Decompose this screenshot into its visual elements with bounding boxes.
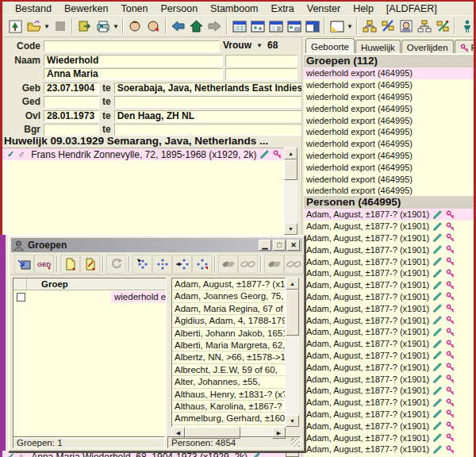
- person-row[interactable]: Adam, August, ±1877-? (x1901): [304, 209, 474, 221]
- surname-input[interactable]: Wiederhold: [44, 55, 223, 67]
- pencil-icon[interactable]: [433, 340, 442, 348]
- person-row[interactable]: Adam, August, ±1877-? (x1901): [304, 338, 474, 350]
- baptism-date-input[interactable]: [44, 96, 99, 108]
- person-row[interactable]: Adam, August, ±1877-? (x1901): [304, 267, 474, 279]
- home-icon[interactable]: [187, 17, 205, 36]
- key-icon[interactable]: [446, 433, 455, 442]
- code-input[interactable]: [44, 40, 220, 52]
- group-row[interactable]: wiederhold export (464995): [304, 138, 474, 150]
- burial-place-input[interactable]: [114, 124, 303, 136]
- spouse-list-scrollbar[interactable]: ▲ ▼: [284, 148, 298, 235]
- dialog-person-row[interactable]: Albertz, NN, >66, ±1578->1644: [172, 351, 285, 363]
- dialog-person-row[interactable]: Alter, Johannes, ±55,: [172, 376, 285, 388]
- person-row[interactable]: Adam, August, ±1877-? (x1901): [304, 314, 474, 326]
- person-row[interactable]: Adam, August, ±1877-? (x1901): [304, 444, 474, 455]
- given-names-input[interactable]: Anna Maria: [44, 68, 223, 80]
- group-row[interactable]: wiederhold export (464995): [304, 114, 474, 126]
- key-icon[interactable]: [446, 269, 455, 278]
- pencil-icon[interactable]: [433, 257, 442, 266]
- group-row[interactable]: wiederhold export (464995): [304, 126, 474, 138]
- print-icon[interactable]: [94, 17, 112, 36]
- menu-persoon[interactable]: Persoon: [155, 3, 205, 14]
- death-date-input[interactable]: 28.01.1973: [44, 110, 99, 122]
- pencil-icon[interactable]: [260, 150, 269, 159]
- pencil-icon[interactable]: [433, 292, 442, 301]
- key-icon[interactable]: [446, 421, 455, 430]
- dialog-person-row[interactable]: Adam, Maria Regina, 67 of 68,: [172, 303, 285, 315]
- pencil-icon[interactable]: [433, 351, 442, 359]
- print-dropdown-arrow[interactable]: ▼: [112, 23, 120, 30]
- person-row[interactable]: Adam, August, ±1877-? (x1901): [304, 373, 474, 385]
- dialog-person-row[interactable]: Ägidius, Adam, 4, 1788-1793: [172, 315, 285, 327]
- key-icon[interactable]: [446, 292, 455, 301]
- window-dropdown-icon[interactable]: [328, 17, 346, 36]
- table-view-icon[interactable]: [230, 17, 248, 36]
- menu-venster[interactable]: Venster: [301, 3, 347, 14]
- menu-extra[interactable]: Extra: [265, 3, 301, 14]
- tab-feit[interactable]: Feit: [455, 40, 474, 53]
- tab-geboorte[interactable]: Geboorte: [305, 38, 355, 53]
- pencil-icon[interactable]: [433, 233, 442, 242]
- person-row[interactable]: Adam, August, ±1877-? (x1901): [304, 432, 474, 444]
- dialog-person-row[interactable]: Albrecht, J.E.W, 59 of 60,: [172, 364, 285, 376]
- key-icon[interactable]: [446, 363, 455, 371]
- pencil-icon[interactable]: [433, 210, 442, 219]
- tab-overlijden[interactable]: Overlijden: [401, 40, 454, 53]
- group-row[interactable]: wiederhold export (464995): [304, 173, 474, 185]
- pencil-icon[interactable]: [433, 374, 442, 383]
- key-icon[interactable]: [446, 398, 455, 407]
- descendant-chart-icon[interactable]: [360, 17, 378, 36]
- scroll-thumb[interactable]: [286, 290, 299, 336]
- menu-stamboom[interactable]: Stamboom: [204, 3, 264, 14]
- scroll-thumb[interactable]: [284, 159, 298, 180]
- person-row[interactable]: Adam, August, ±1877-? (x1901): [304, 255, 474, 267]
- portrait-icon[interactable]: [397, 17, 415, 36]
- pencil-icon[interactable]: [433, 398, 442, 407]
- person-row[interactable]: Adam, August, ±1877-? (x1901): [304, 385, 474, 397]
- back-arrow-icon[interactable]: [169, 17, 187, 36]
- gender-dropdown-arrow[interactable]: ▼: [255, 42, 263, 49]
- group-row[interactable]: wiederhold export (464995): [304, 102, 474, 114]
- birth-place-input[interactable]: Soerabaja, Java, Netherlands East Indies: [114, 83, 303, 94]
- key-icon[interactable]: [446, 281, 455, 290]
- menu-bewerken[interactable]: Bewerken: [58, 3, 115, 14]
- scroll-up-button[interactable]: ▲: [286, 278, 299, 290]
- person-row[interactable]: Adam, August, ±1877-? (x1901): [304, 350, 474, 362]
- save-group-icon[interactable]: [14, 255, 34, 274]
- pencil-icon[interactable]: [433, 328, 442, 336]
- burial-date-input[interactable]: [44, 124, 99, 136]
- dialog-list-vscrollbar[interactable]: ▲ ▼: [286, 278, 299, 427]
- key-icon[interactable]: [446, 340, 455, 348]
- person-row[interactable]: Adam, August, ±1877-? (x1901): [304, 221, 474, 232]
- close-button[interactable]: ✕: [287, 240, 300, 251]
- group-row[interactable]: wiederhold export (464995): [304, 91, 474, 103]
- key-icon[interactable]: [446, 222, 455, 231]
- pencil-icon[interactable]: [433, 222, 442, 231]
- pencil-icon[interactable]: [433, 304, 442, 313]
- dialog-person-row[interactable]: Althaus, Henry, ±1831-? (x?): [172, 389, 285, 401]
- male-person-icon[interactable]: [126, 17, 144, 36]
- dialog-person-row[interactable]: Alberti, Johann Jakob, 1651-?: [172, 328, 285, 340]
- dialog-person-row[interactable]: Adam, Joannes Georg, 75,: [172, 290, 285, 302]
- tab-huwelijk[interactable]: Huwelijk: [355, 40, 401, 53]
- group-add-icon[interactable]: [152, 255, 172, 274]
- key-icon[interactable]: [446, 233, 455, 242]
- person-row[interactable]: Adam, August, ±1877-? (x1901): [304, 279, 474, 291]
- group-row[interactable]: wiederhold export (464995): [304, 67, 474, 79]
- person-row[interactable]: Adam, August, ±1877-? (x1901): [304, 361, 474, 373]
- pencil-icon[interactable]: [433, 245, 442, 254]
- pencil-icon[interactable]: [433, 433, 442, 442]
- key-icon[interactable]: [446, 316, 455, 325]
- person-row[interactable]: Adam, August, ±1877-? (x1901): [304, 291, 474, 303]
- relation-view-icon[interactable]: [285, 17, 303, 36]
- person-row[interactable]: Adam, August, ±1877-? (x1901): [304, 409, 474, 421]
- key-icon[interactable]: [446, 386, 455, 395]
- person-row[interactable]: Adam, August, ±1877-? (x1901): [304, 302, 474, 314]
- dialog-person-row[interactable]: Adam, August, ±1877-? (x1901): [172, 278, 285, 290]
- media-view-icon[interactable]: [248, 17, 267, 36]
- spouse-row[interactable]: ✓ ♂ Frans Hendrik Zonnevylle, 72, 1895-1…: [2, 148, 284, 160]
- scroll-up-button[interactable]: ▲: [284, 148, 298, 159]
- death-place-input[interactable]: Den Haag, ZH NL: [114, 110, 303, 122]
- group-row[interactable]: wiederhold export (464995): [304, 150, 474, 162]
- pencil-icon[interactable]: [433, 409, 442, 418]
